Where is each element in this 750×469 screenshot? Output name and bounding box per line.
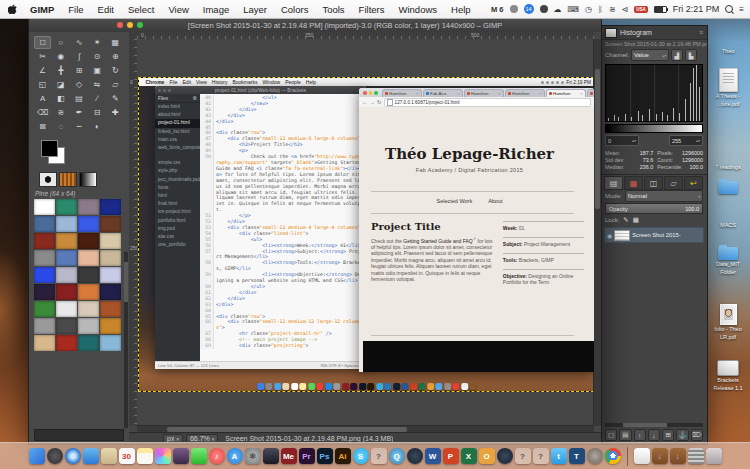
pattern-swatch-4[interactable]	[34, 216, 55, 232]
tab-close-icon[interactable]: ×	[498, 91, 500, 96]
dock-premiere[interactable]: Pr	[299, 448, 315, 464]
menu-colors[interactable]: Colors	[274, 4, 315, 15]
pattern-swatch-15[interactable]	[100, 250, 121, 266]
channel-select[interactable]: Value▴▾	[631, 49, 669, 61]
macs-label[interactable]: MACS	[706, 222, 750, 229]
tool-clone[interactable]: ⊟	[89, 106, 106, 119]
pattern-swatch-26[interactable]	[78, 301, 99, 317]
tool-select-by-color[interactable]: ▦	[107, 36, 124, 49]
tool-measure[interactable]: ∠	[34, 64, 51, 77]
tool-scale[interactable]: ◱	[34, 78, 51, 91]
pattern-swatch-19[interactable]	[100, 267, 121, 283]
chrome-tab[interactable]: Hamilton×	[382, 89, 422, 97]
dock-twitter[interactable]: t	[551, 448, 567, 464]
log-histogram-button[interactable]: ▙	[685, 49, 697, 61]
pattern-swatch-2[interactable]	[78, 199, 99, 215]
dock-quark[interactable]: Q	[389, 448, 405, 464]
dock-gimp[interactable]	[587, 448, 603, 464]
tab-close-icon[interactable]: ×	[580, 91, 582, 96]
tab-close-icon[interactable]: ×	[539, 91, 541, 96]
gear-icon[interactable]: ⚙	[193, 96, 197, 101]
layers-tab[interactable]: ▤	[604, 176, 623, 190]
thesis-pdf[interactable]: A Thesis -...ture.pdf	[706, 68, 750, 107]
dock-excel[interactable]: X	[461, 448, 477, 464]
histogram-header[interactable]: Histogram ≡	[601, 26, 707, 40]
dock-document[interactable]	[634, 448, 650, 464]
wifi-icon[interactable]: ≋	[609, 5, 616, 14]
chrome-tab[interactable]: Hamilton×	[587, 89, 595, 97]
dock-calendar[interactable]: 30	[119, 448, 135, 464]
new-group-button[interactable]: ▤	[619, 429, 631, 441]
forward-button[interactable]: →	[370, 99, 376, 105]
histogram-gradient-bar[interactable]	[605, 124, 703, 133]
dock-downloads-2[interactable]: ↓	[670, 448, 686, 464]
file-item[interactable]: web_fonts_composite	[155, 144, 200, 152]
tool-perspective[interactable]: ◇	[70, 78, 87, 91]
dock-missing-app-1[interactable]: ?	[371, 448, 387, 464]
dock-launchpad[interactable]	[47, 448, 63, 464]
pattern-swatch-21[interactable]	[56, 284, 77, 300]
tool-foreground-select[interactable]: ◉	[52, 50, 69, 63]
chrome-tab[interactable]: Hamilton×	[546, 89, 586, 97]
chrome-maximize-button[interactable]	[374, 91, 378, 95]
gimp-title-bar[interactable]: [Screen Shot 2015-01-30 at 2.19.48 PM] (…	[29, 18, 601, 33]
paths-tab[interactable]: ◫	[644, 176, 663, 190]
tool-flip[interactable]: ⇋	[89, 78, 106, 91]
pattern-swatch-22[interactable]	[78, 284, 99, 300]
brackets-editor[interactable]: 40 </ul>41 </nav>42 </div>43 </div>44</d…	[200, 94, 366, 362]
address-bar[interactable]: 127.0.0.1:60871/project-01.html	[384, 98, 591, 107]
folio-pdf[interactable]: folio - TheoLR.pdf	[706, 304, 750, 340]
file-item[interactable]: html	[155, 192, 200, 200]
pattern-swatch-18[interactable]	[78, 267, 99, 283]
dock-missing-app-2[interactable]: ?	[515, 448, 531, 464]
lock-alpha-icon[interactable]: ▦	[633, 216, 639, 224]
pattern-swatch-3[interactable]	[100, 199, 121, 215]
pattern-swatch-11[interactable]	[100, 233, 121, 249]
raise-layer-button[interactable]: ↑	[634, 429, 646, 441]
refresh-button[interactable]: ↻	[377, 99, 382, 105]
tool-text[interactable]: A	[34, 92, 51, 105]
tool-move[interactable]: ╋	[52, 64, 69, 77]
file-item[interactable]: img.psd	[155, 225, 200, 233]
volume-icon[interactable]: ⊲	[622, 5, 629, 14]
dock-photoshop[interactable]: Ps	[317, 448, 333, 464]
visibility-eye-icon[interactable]: ◉	[607, 232, 612, 239]
file-item[interactable]: index.html	[155, 103, 200, 111]
menu-filters[interactable]: Filters	[352, 4, 392, 15]
pattern-preview[interactable]	[59, 172, 77, 187]
textexpander-menu-icon[interactable]: M 6	[491, 5, 504, 14]
menu-edit[interactable]: Edit	[91, 4, 121, 15]
menu-image[interactable]: Image	[196, 4, 236, 15]
pattern-swatch-9[interactable]	[56, 233, 77, 249]
dock-steam-1[interactable]	[407, 448, 423, 464]
menu-select[interactable]: Select	[121, 4, 161, 15]
file-item[interactable]: portfolio.html	[155, 217, 200, 225]
tool-airbrush[interactable]: ≋	[52, 106, 69, 119]
spotlight-search-icon[interactable]	[725, 5, 733, 13]
tool-bucket-fill[interactable]: ◧	[52, 92, 69, 105]
dock-skype[interactable]: S	[353, 448, 369, 464]
menu-help[interactable]: Help	[444, 4, 478, 15]
pattern-swatch-31[interactable]	[100, 318, 121, 334]
notification-bell-icon[interactable]	[510, 5, 518, 13]
time-machine-icon[interactable]: ◷	[585, 5, 592, 14]
brackets-title-bar[interactable]: project-01.html (clip/Web-folio) — Brack…	[155, 86, 366, 94]
pattern-swatch-16[interactable]	[34, 267, 55, 283]
undo-history-tab[interactable]: ↩	[684, 176, 703, 190]
bluetooth-icon[interactable]: ᛒ	[598, 5, 603, 14]
menu-clock[interactable]: Fri 2:21 PM	[673, 4, 720, 14]
dock-app-store[interactable]: A	[227, 448, 243, 464]
tool-gradient[interactable]: ▤	[70, 92, 87, 105]
pdf-document-icon[interactable]	[719, 68, 738, 92]
pattern-swatch-17[interactable]	[56, 267, 77, 283]
drive-icon[interactable]	[717, 360, 739, 376]
pattern-swatch-7[interactable]	[100, 216, 121, 232]
back-button[interactable]: ←	[362, 99, 368, 105]
tool-free-select[interactable]: ∿	[70, 36, 87, 49]
pattern-swatch-8[interactable]	[34, 233, 55, 249]
tool-paths[interactable]: ∫	[70, 50, 87, 63]
pattern-swatch-14[interactable]	[78, 250, 99, 266]
dock-contacts[interactable]	[101, 448, 117, 464]
readings-folder[interactable]	[706, 178, 750, 194]
tool-rotate[interactable]: ↻	[107, 64, 124, 77]
